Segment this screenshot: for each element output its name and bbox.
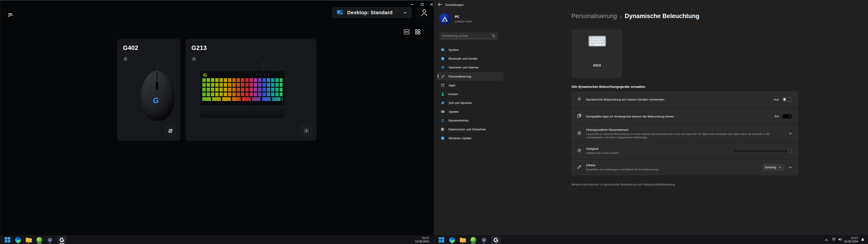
- more-info-link[interactable]: Weitere Informationen zu dynamischer Bel…: [571, 183, 675, 186]
- menu-icon[interactable]: [8, 13, 13, 17]
- expander-chevron-icon[interactable]: [789, 132, 792, 135]
- device-icon: [123, 56, 128, 62]
- search-icon: [492, 34, 495, 37]
- tray-volume-icon[interactable]: [838, 238, 842, 242]
- effects-dropdown-value: Einfarbig: [765, 166, 776, 169]
- setting-row-brightness: Helligkeit Helligkeit der Lichter ändern: [571, 143, 798, 159]
- back-button[interactable]: [438, 2, 442, 7]
- sidebar-item-personalisierung[interactable]: Personalisierung: [438, 72, 504, 81]
- lighting-device-card[interactable]: G213: [572, 29, 622, 78]
- sidebar-item-system[interactable]: System: [438, 45, 504, 54]
- sidebar-item-barrierefreiheit[interactable]: Barrierefreiheit: [438, 116, 504, 124]
- device-card-g402[interactable]: G402 G: [117, 39, 180, 141]
- device-card-name: G213: [572, 63, 622, 67]
- sidebar-item-datenschutz[interactable]: Datenschutz und Sicherheit: [438, 125, 504, 133]
- notification-bell-icon[interactable]: [861, 238, 864, 243]
- sidebar-item-apps[interactable]: Apps: [438, 81, 504, 89]
- breadcrumb-separator: ›: [620, 13, 622, 19]
- ghub-taskbar-icon[interactable]: [491, 236, 501, 244]
- tray-wifi-icon[interactable]: [832, 238, 836, 242]
- settings-window-title: Einstellungen: [445, 3, 464, 6]
- gamepad-icon: [441, 110, 445, 113]
- sidebar-item-spielen[interactable]: Spielen: [438, 108, 504, 116]
- settings-window: Einstellungen PC Lokales Konto System Bl…: [434, 0, 868, 235]
- breadcrumb: Personalisierung › Dynamische Beleuchtun…: [571, 13, 700, 20]
- keyboard-wrist-rest: [200, 106, 285, 118]
- tray-chevron-up-icon[interactable]: [825, 238, 828, 242]
- brightness-slider[interactable]: [734, 149, 792, 153]
- setting-label: Helligkeit: [586, 147, 618, 150]
- sidebar-item-konten[interactable]: Konten: [438, 90, 504, 98]
- system-icon: [441, 48, 445, 52]
- slider-thumb[interactable]: [788, 149, 792, 153]
- file-explorer-icon[interactable]: [25, 236, 32, 244]
- paintbrush-icon: [441, 74, 445, 79]
- user-account-icon[interactable]: [421, 8, 428, 18]
- brightness-icon: [577, 148, 582, 154]
- start-button[interactable]: [438, 236, 445, 244]
- dual-monitor-screen: Desktop: Standard G402: [0, 0, 868, 244]
- green-app-icon[interactable]: [36, 236, 43, 244]
- expander-chevron-icon[interactable]: [789, 166, 792, 169]
- minimize-button[interactable]: [407, 3, 417, 7]
- ghub-window-controls: [407, 3, 436, 7]
- sidebar-item-network[interactable]: Netzwerk und Internet: [438, 63, 504, 71]
- start-button[interactable]: [4, 236, 11, 244]
- taskbar-clock[interactable]: 22:27 15.08.2024: [844, 237, 858, 243]
- toggle-state-label: Ein: [774, 115, 779, 118]
- settings-gear-icon[interactable]: ⚙: [480, 236, 487, 244]
- dynamic-lighting-toggle[interactable]: [782, 97, 792, 102]
- effects-dropdown[interactable]: Einfarbig: [763, 164, 784, 171]
- ghub-window: Desktop: Standard G402: [0, 0, 434, 235]
- device-title: G402: [123, 44, 138, 52]
- bluetooth-icon: [441, 57, 445, 61]
- grid-view-icon[interactable]: [414, 28, 421, 36]
- device-title: G213: [191, 44, 207, 52]
- search-input[interactable]: [442, 34, 492, 38]
- taskbar-right: ⚙ 22:27 15.08.2024: [434, 235, 868, 244]
- monitor-right: Einstellungen PC Lokales Konto System Bl…: [434, 0, 868, 244]
- clock-time: 22:27: [844, 237, 858, 240]
- lightsync-badge[interactable]: [301, 125, 312, 136]
- shield-icon: [441, 127, 444, 131]
- settings-search[interactable]: [439, 33, 498, 39]
- clock-date: 15.08.2024: [415, 240, 429, 243]
- accessibility-icon: [441, 119, 445, 122]
- clock-language-icon: [441, 101, 445, 105]
- account-avatar[interactable]: [439, 13, 451, 25]
- keyboard-glyph-icon: [588, 35, 606, 47]
- taskbar-clock[interactable]: 22:27 15.08.2024: [415, 237, 429, 243]
- edge-icon[interactable]: [15, 236, 22, 244]
- setting-label: Hintergrundlicht-Steuerelement: [586, 128, 770, 131]
- taskbar-left: ⚙ 22:27 15.08.2024: [0, 235, 434, 244]
- compatible-apps-toggle[interactable]: [782, 114, 792, 119]
- green-app-icon[interactable]: [470, 236, 477, 244]
- maximize-button[interactable]: [417, 3, 427, 7]
- sidebar-item-bluetooth[interactable]: Bluetooth und Geräte: [438, 55, 504, 63]
- apps-icon: [441, 83, 445, 87]
- setting-description: Auswählen von Farbdesigns und Effekten f…: [586, 168, 658, 171]
- gear-icon: [577, 130, 582, 137]
- setting-label: Kompatible Apps im Vordergrund steuern d…: [586, 115, 674, 118]
- sidebar-item-windows-update[interactable]: Windows Update: [438, 134, 504, 142]
- setting-row-dynamic-lighting: Dynamische Beleuchtung auf meinen Geräte…: [571, 91, 798, 108]
- device-card-g213[interactable]: G213 G: [186, 39, 316, 141]
- desktop-lock-icon: [337, 10, 344, 16]
- setting-label: Dynamische Beleuchtung auf meinen Geräte…: [586, 98, 664, 101]
- file-explorer-icon[interactable]: [459, 236, 466, 244]
- list-view-icon[interactable]: [403, 29, 410, 36]
- apps-foreground-icon: [577, 113, 582, 120]
- sidebar-item-zeit-sprache[interactable]: Zeit und Sprache: [438, 99, 504, 107]
- onboard-lighting-off-badge[interactable]: [165, 125, 176, 136]
- settings-gear-icon[interactable]: ⚙: [46, 236, 53, 244]
- setting-row-background-light[interactable]: Hintergrundlicht-Steuerelement Lassen Si…: [571, 125, 798, 142]
- account-icon: [441, 92, 445, 96]
- ghub-taskbar-icon[interactable]: [57, 236, 67, 244]
- account-name: PC: [455, 15, 459, 19]
- setting-row-effects: Effekte Auswählen von Farbdesigns und Ef…: [571, 159, 798, 175]
- breadcrumb-parent[interactable]: Personalisierung: [571, 13, 617, 20]
- dropdown-chevron-icon: [779, 167, 781, 168]
- profile-selector[interactable]: Desktop: Standard: [332, 7, 412, 18]
- g213-keyboard-image: G: [200, 71, 285, 106]
- edge-icon[interactable]: [449, 236, 456, 244]
